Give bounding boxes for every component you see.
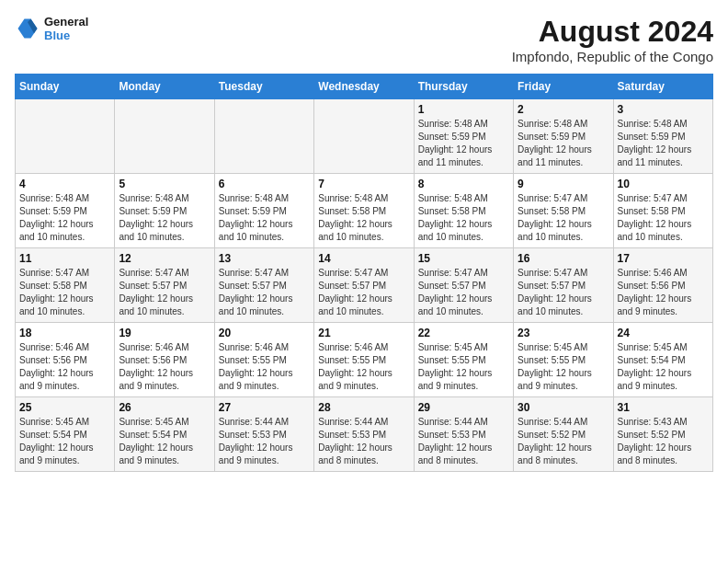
calendar-cell: 1Sunrise: 5:48 AMSunset: 5:59 PMDaylight… [414,99,513,174]
day-info: Sunrise: 5:45 AMSunset: 5:55 PMDaylight:… [418,341,509,393]
day-number: 8 [418,178,509,190]
logo: General Blue [15,15,88,42]
day-info: Sunrise: 5:47 AMSunset: 5:57 PMDaylight:… [518,267,609,318]
day-info: Sunrise: 5:47 AMSunset: 5:58 PMDaylight:… [618,192,709,244]
calendar-cell [214,99,313,174]
day-number: 13 [219,252,310,265]
day-number: 11 [19,252,110,265]
week-row-3: 11Sunrise: 5:47 AMSunset: 5:58 PMDayligh… [16,248,713,323]
calendar-cell: 11Sunrise: 5:47 AMSunset: 5:58 PMDayligh… [16,248,115,323]
title-block: August 2024 Impfondo, Republic of the Co… [512,15,713,64]
day-number: 3 [618,103,709,116]
day-number: 10 [618,178,709,190]
day-number: 31 [618,401,709,414]
week-row-1: 1Sunrise: 5:48 AMSunset: 5:59 PMDaylight… [16,99,713,174]
day-number: 28 [318,401,409,414]
day-info: Sunrise: 5:44 AMSunset: 5:53 PMDaylight:… [318,416,409,467]
calendar-cell: 9Sunrise: 5:47 AMSunset: 5:58 PMDaylight… [514,174,613,248]
days-of-week-row: SundayMondayTuesdayWednesdayThursdayFrid… [16,75,713,99]
calendar-cell [314,99,414,174]
day-number: 24 [618,327,709,339]
calendar-cell: 18Sunrise: 5:46 AMSunset: 5:56 PMDayligh… [16,323,115,397]
day-number: 17 [618,252,709,265]
calendar-subtitle: Impfondo, Republic of the Congo [512,49,713,64]
day-number: 1 [418,103,509,116]
day-info: Sunrise: 5:44 AMSunset: 5:52 PMDaylight:… [518,416,609,467]
page-header: General Blue August 2024 Impfondo, Repub… [15,15,713,64]
logo-icon [15,16,40,41]
day-info: Sunrise: 5:48 AMSunset: 5:58 PMDaylight:… [318,192,409,244]
day-info: Sunrise: 5:47 AMSunset: 5:57 PMDaylight:… [418,267,509,318]
day-number: 23 [518,327,609,339]
day-number: 25 [19,401,110,414]
calendar-cell [115,99,214,174]
calendar-cell [16,99,115,174]
day-info: Sunrise: 5:47 AMSunset: 5:57 PMDaylight:… [219,267,310,318]
calendar-cell: 19Sunrise: 5:46 AMSunset: 5:56 PMDayligh… [115,323,214,397]
calendar-cell: 13Sunrise: 5:47 AMSunset: 5:57 PMDayligh… [214,248,313,323]
day-of-week-tuesday: Tuesday [214,75,313,99]
calendar-cell: 31Sunrise: 5:43 AMSunset: 5:52 PMDayligh… [613,397,712,472]
calendar-body: 1Sunrise: 5:48 AMSunset: 5:59 PMDaylight… [16,99,713,472]
day-info: Sunrise: 5:48 AMSunset: 5:59 PMDaylight:… [19,192,110,244]
day-number: 26 [119,401,210,414]
day-info: Sunrise: 5:48 AMSunset: 5:59 PMDaylight:… [418,118,509,169]
calendar-cell: 12Sunrise: 5:47 AMSunset: 5:57 PMDayligh… [115,248,214,323]
logo-line2: Blue [44,29,88,42]
day-number: 4 [19,178,110,190]
day-number: 20 [219,327,310,339]
day-number: 15 [418,252,509,265]
day-info: Sunrise: 5:46 AMSunset: 5:56 PMDaylight:… [119,341,210,393]
day-number: 19 [119,327,210,339]
day-info: Sunrise: 5:47 AMSunset: 5:57 PMDaylight:… [318,267,409,318]
calendar-cell: 4Sunrise: 5:48 AMSunset: 5:59 PMDaylight… [16,174,115,248]
day-info: Sunrise: 5:45 AMSunset: 5:55 PMDaylight:… [518,341,609,393]
calendar-header: SundayMondayTuesdayWednesdayThursdayFrid… [16,75,713,99]
day-info: Sunrise: 5:48 AMSunset: 5:59 PMDaylight:… [518,118,609,169]
day-info: Sunrise: 5:44 AMSunset: 5:53 PMDaylight:… [418,416,509,467]
day-info: Sunrise: 5:45 AMSunset: 5:54 PMDaylight:… [618,341,709,393]
week-row-5: 25Sunrise: 5:45 AMSunset: 5:54 PMDayligh… [16,397,713,472]
logo-line1: General [44,15,88,29]
calendar-cell: 23Sunrise: 5:45 AMSunset: 5:55 PMDayligh… [514,323,613,397]
day-number: 30 [518,401,609,414]
day-of-week-sunday: Sunday [16,75,115,99]
day-number: 14 [318,252,409,265]
day-number: 22 [418,327,509,339]
day-number: 21 [318,327,409,339]
calendar-cell: 14Sunrise: 5:47 AMSunset: 5:57 PMDayligh… [314,248,414,323]
calendar-cell: 16Sunrise: 5:47 AMSunset: 5:57 PMDayligh… [514,248,613,323]
day-of-week-monday: Monday [115,75,214,99]
calendar-cell: 26Sunrise: 5:45 AMSunset: 5:54 PMDayligh… [115,397,214,472]
day-number: 2 [518,103,609,116]
day-info: Sunrise: 5:47 AMSunset: 5:57 PMDaylight:… [119,267,210,318]
week-row-4: 18Sunrise: 5:46 AMSunset: 5:56 PMDayligh… [16,323,713,397]
day-number: 7 [318,178,409,190]
calendar-cell: 30Sunrise: 5:44 AMSunset: 5:52 PMDayligh… [514,397,613,472]
day-of-week-wednesday: Wednesday [314,75,414,99]
day-info: Sunrise: 5:48 AMSunset: 5:59 PMDaylight:… [618,118,709,169]
day-info: Sunrise: 5:44 AMSunset: 5:53 PMDaylight:… [219,416,310,467]
calendar-cell: 25Sunrise: 5:45 AMSunset: 5:54 PMDayligh… [16,397,115,472]
day-number: 6 [219,178,310,190]
calendar-cell: 17Sunrise: 5:46 AMSunset: 5:56 PMDayligh… [613,248,712,323]
day-number: 27 [219,401,310,414]
day-number: 9 [518,178,609,190]
calendar-cell: 21Sunrise: 5:46 AMSunset: 5:55 PMDayligh… [314,323,414,397]
day-number: 5 [119,178,210,190]
week-row-2: 4Sunrise: 5:48 AMSunset: 5:59 PMDaylight… [16,174,713,248]
day-number: 16 [518,252,609,265]
day-info: Sunrise: 5:47 AMSunset: 5:58 PMDaylight:… [19,267,110,318]
day-info: Sunrise: 5:46 AMSunset: 5:56 PMDaylight:… [19,341,110,393]
calendar-cell: 20Sunrise: 5:46 AMSunset: 5:55 PMDayligh… [214,323,313,397]
day-of-week-saturday: Saturday [613,75,712,99]
calendar-cell: 8Sunrise: 5:48 AMSunset: 5:58 PMDaylight… [414,174,513,248]
calendar-cell: 10Sunrise: 5:47 AMSunset: 5:58 PMDayligh… [613,174,712,248]
day-number: 12 [119,252,210,265]
day-info: Sunrise: 5:45 AMSunset: 5:54 PMDaylight:… [19,416,110,467]
calendar-cell: 6Sunrise: 5:48 AMSunset: 5:59 PMDaylight… [214,174,313,248]
day-of-week-friday: Friday [514,75,613,99]
day-of-week-thursday: Thursday [414,75,513,99]
day-info: Sunrise: 5:48 AMSunset: 5:58 PMDaylight:… [418,192,509,244]
calendar-cell: 15Sunrise: 5:47 AMSunset: 5:57 PMDayligh… [414,248,513,323]
